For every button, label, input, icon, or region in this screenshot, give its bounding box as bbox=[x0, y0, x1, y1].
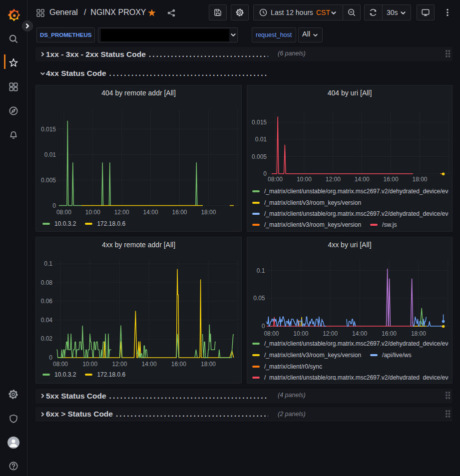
svg-text:0: 0 bbox=[263, 170, 267, 177]
svg-text:12:00: 12:00 bbox=[323, 330, 338, 337]
svg-text:14:00: 14:00 bbox=[352, 330, 367, 337]
svg-text:0.01: 0.01 bbox=[44, 151, 56, 158]
svg-text:18:00: 18:00 bbox=[412, 176, 427, 183]
svg-text:0.005: 0.005 bbox=[41, 177, 56, 184]
svg-text:0: 0 bbox=[49, 354, 52, 361]
svg-text:18:00: 18:00 bbox=[201, 361, 216, 368]
svg-text:0.08: 0.08 bbox=[41, 279, 53, 286]
svg-text:16:00: 16:00 bbox=[171, 361, 186, 368]
svg-text:14:00: 14:00 bbox=[355, 176, 370, 183]
svg-text:16:00: 16:00 bbox=[172, 209, 187, 216]
svg-text:14:00: 14:00 bbox=[142, 361, 157, 368]
svg-text:0.005: 0.005 bbox=[252, 153, 267, 160]
svg-text:0.01: 0.01 bbox=[255, 136, 267, 143]
svg-text:0.015: 0.015 bbox=[252, 119, 267, 126]
svg-text:0.1: 0.1 bbox=[257, 267, 265, 274]
svg-text:10:00: 10:00 bbox=[297, 176, 312, 183]
svg-text:0.1: 0.1 bbox=[44, 260, 52, 267]
svg-text:08:00: 08:00 bbox=[264, 330, 279, 337]
svg-text:0.015: 0.015 bbox=[41, 126, 56, 133]
svg-text:0.06: 0.06 bbox=[41, 298, 53, 305]
svg-text:16:00: 16:00 bbox=[384, 176, 399, 183]
svg-text:0.05: 0.05 bbox=[253, 295, 265, 302]
svg-text:08:00: 08:00 bbox=[268, 176, 283, 183]
svg-text:12:00: 12:00 bbox=[326, 176, 341, 183]
svg-text:0.04: 0.04 bbox=[41, 317, 53, 324]
svg-text:12:00: 12:00 bbox=[112, 361, 127, 368]
svg-text:08:00: 08:00 bbox=[53, 361, 68, 368]
svg-text:12:00: 12:00 bbox=[114, 209, 129, 216]
svg-text:16:00: 16:00 bbox=[382, 330, 397, 337]
svg-text:08:00: 08:00 bbox=[56, 209, 71, 216]
svg-text:10:00: 10:00 bbox=[82, 361, 97, 368]
svg-text:14:00: 14:00 bbox=[143, 209, 158, 216]
svg-text:10:00: 10:00 bbox=[85, 209, 100, 216]
svg-text:18:00: 18:00 bbox=[411, 330, 426, 337]
svg-text:0.02: 0.02 bbox=[41, 335, 53, 342]
svg-text:18:00: 18:00 bbox=[201, 209, 216, 216]
svg-text:0: 0 bbox=[262, 323, 265, 330]
svg-text:10:00: 10:00 bbox=[293, 330, 308, 337]
svg-text:0: 0 bbox=[52, 202, 56, 209]
